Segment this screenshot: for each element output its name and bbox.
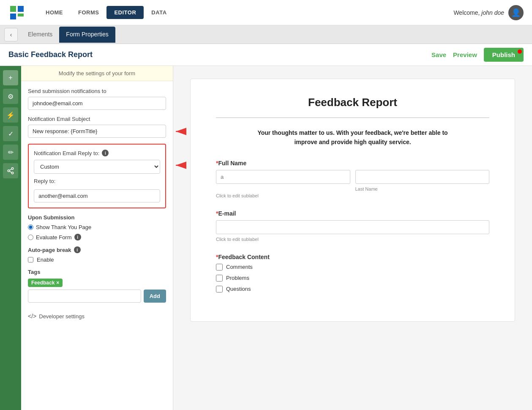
logo (8, 4, 25, 21)
back-button[interactable]: ‹ (4, 28, 18, 41)
svg-point-6 (11, 172, 14, 174)
tags-section: Tags Feedback × Add (28, 269, 166, 303)
nav-right: Welcome, john doe 👤 (453, 5, 524, 20)
tag-feedback: Feedback × (28, 279, 63, 287)
nav-links: HOME FORMS EDITOR DATA (38, 6, 175, 19)
sidebar-check-icon[interactable]: ✓ (3, 126, 18, 141)
last-name-sublabel: Last Name (355, 186, 490, 191)
upon-submission-options: Show Thank You Page Evaluate Form i (28, 224, 166, 241)
publish-button[interactable]: Publish (484, 48, 524, 62)
settings-body: Send submission notifications to Notific… (21, 81, 173, 331)
enable-checkbox[interactable]: Enable (28, 257, 166, 263)
auto-page-break-info-icon[interactable]: i (74, 246, 81, 253)
first-name-input[interactable] (216, 170, 350, 184)
reply-to-info-icon[interactable]: i (102, 150, 109, 156)
full-name-label: *Full Name (216, 160, 489, 167)
feedback-content-label: *Feedback Content (216, 254, 489, 260)
tag-input[interactable] (28, 290, 141, 303)
top-nav: HOME FORMS EDITOR DATA Welcome, john doe… (0, 0, 532, 25)
svg-point-5 (8, 170, 10, 172)
svg-rect-2 (18, 6, 24, 12)
tab-elements[interactable]: Elements (21, 27, 59, 43)
welcome-message: Welcome, john doe (453, 9, 504, 16)
dev-settings-icon: </> (28, 313, 36, 320)
feedback-options: Comments Problems Questions (216, 264, 489, 292)
sidebar-settings-icon[interactable]: ⚙ (3, 89, 18, 104)
last-name-input[interactable] (355, 170, 490, 184)
notification-subject-label: Notification Email Subject (28, 116, 166, 122)
tab-form-properties[interactable]: Form Properties (59, 27, 115, 43)
sidebar-share-icon[interactable] (3, 163, 18, 178)
tags-list: Feedback × (28, 279, 166, 290)
svg-line-8 (9, 169, 11, 170)
email-input[interactable] (216, 220, 489, 234)
radio-evaluate-form[interactable]: Evaluate Form i (28, 234, 166, 241)
svg-line-7 (9, 171, 11, 172)
svg-rect-0 (10, 6, 16, 12)
add-tag-button[interactable]: Add (144, 290, 166, 303)
feedback-content-field: *Feedback Content Comments Problems Ques… (216, 254, 489, 292)
radio-show-thank-you[interactable]: Show Thank You Page (28, 224, 166, 230)
sidebar-lightning-icon[interactable]: ⚡ (3, 107, 18, 123)
notification-email-label: Send submission notifications to (28, 88, 166, 94)
evaluate-info-icon[interactable]: i (74, 234, 81, 241)
form-description: Your thoughts matter to us. With your fe… (216, 128, 489, 147)
sidebar-brush-icon[interactable]: ✏ (3, 145, 18, 160)
svg-point-4 (11, 168, 14, 170)
form-card-title: Feedback Report (216, 96, 489, 109)
tag-input-row: Add (28, 290, 166, 303)
check-problems[interactable]: Problems (216, 275, 489, 282)
nav-home[interactable]: HOME (38, 6, 71, 19)
name-edit-sublabel[interactable]: Click to edit sublabel (216, 193, 489, 198)
name-sublabels: Last Name (216, 186, 489, 191)
auto-page-break-label: Auto-page break (28, 247, 71, 253)
sub-nav: ‹ Elements Form Properties (0, 25, 532, 44)
form-preview: Feedback Report Your thoughts matter to … (173, 66, 532, 410)
form-divider (216, 118, 489, 118)
upon-submission-label: Upon Submission (28, 214, 166, 221)
settings-hint: Modify the settings of your form (21, 66, 173, 81)
email-field: *E-mail Click to edit sublabel (216, 210, 489, 242)
tag-remove-icon[interactable]: × (56, 280, 59, 286)
notification-email-input[interactable] (28, 97, 166, 110)
nav-forms[interactable]: FORMS (71, 6, 106, 19)
reply-to-dropdown[interactable]: Custom Submitter Email None (34, 160, 160, 174)
email-sublabel[interactable]: Click to edit sublabel (216, 237, 489, 242)
save-button[interactable]: Save (431, 51, 446, 58)
preview-button[interactable]: Preview (453, 51, 477, 58)
toolbar: Basic Feedback Report Save Preview Publi… (0, 44, 532, 66)
check-comments[interactable]: Comments (216, 264, 489, 271)
nav-editor[interactable]: EDITOR (106, 6, 144, 19)
reply-to-box: Notification Email Reply to: i Custom Su… (28, 144, 166, 208)
nav-data[interactable]: DATA (144, 6, 174, 19)
reply-to-field-label: Reply to: (34, 178, 160, 184)
publish-dot (518, 49, 522, 54)
reply-to-label: Notification Email Reply to: i (34, 150, 160, 156)
sidebar-plus-icon[interactable]: + (3, 70, 18, 85)
full-name-field: *Full Name Last Name Click to edit subla… (216, 160, 489, 198)
svg-rect-3 (18, 14, 24, 16)
logo-icon (8, 4, 25, 21)
check-questions[interactable]: Questions (216, 286, 489, 292)
settings-panel: Modify the settings of your form Send su… (21, 66, 173, 410)
notification-subject-input[interactable] (28, 125, 166, 138)
name-input-row (216, 170, 489, 184)
main-layout: + ⚙ ⚡ ✓ ✏ Modify the settings of your fo… (0, 66, 532, 410)
tags-label: Tags (28, 269, 166, 275)
icon-sidebar: + ⚙ ⚡ ✓ ✏ (0, 66, 21, 410)
form-title: Basic Feedback Report (8, 50, 431, 59)
user-avatar-icon[interactable]: 👤 (508, 5, 524, 20)
reply-to-input[interactable] (34, 189, 160, 202)
developer-settings[interactable]: </> Developer settings (28, 309, 166, 324)
form-card: Feedback Report Your thoughts matter to … (190, 79, 515, 322)
toolbar-actions: Save Preview Publish (431, 48, 524, 62)
email-label: *E-mail (216, 210, 489, 217)
svg-rect-1 (10, 14, 16, 19)
